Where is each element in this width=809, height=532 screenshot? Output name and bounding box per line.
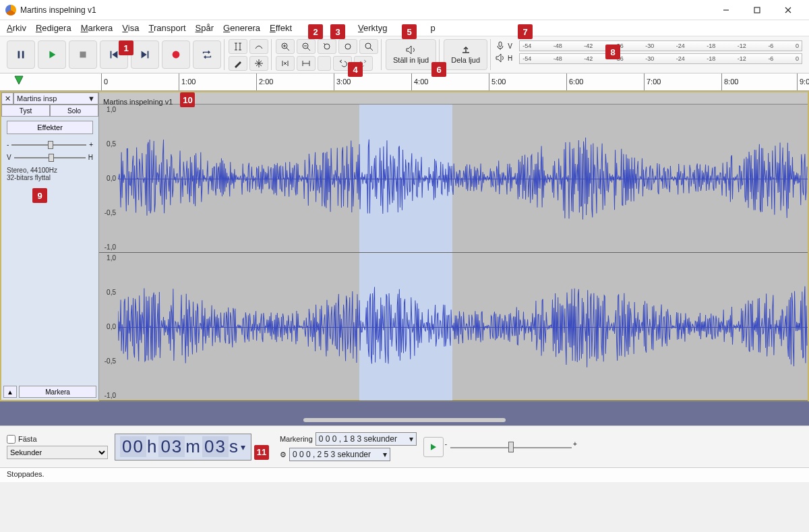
skip-end-button[interactable] (131, 40, 159, 69)
snap-checkbox[interactable]: Fästa (7, 435, 108, 444)
selection-end[interactable]: 0 0 0 , 2 5 3 sekunder▾ (289, 448, 390, 461)
annotation-3: 3 (330, 24, 345, 39)
svg-line-31 (324, 43, 325, 45)
svg-rect-11 (148, 51, 149, 59)
horizontal-scroll-area[interactable] (0, 401, 809, 425)
menu-generera[interactable]: Generera (223, 23, 260, 33)
time-counter[interactable]: 00h 03m 03s ▾ (115, 434, 251, 461)
collapse-button[interactable]: ▲ (3, 386, 17, 398)
zoom-group (273, 39, 382, 70)
menu-help[interactable]: p (430, 23, 435, 33)
select-track-button[interactable]: Markera (19, 386, 96, 398)
svg-line-24 (287, 48, 289, 51)
play-at-speed-button[interactable] (423, 437, 444, 457)
svg-line-28 (307, 48, 310, 51)
tools-group (226, 39, 272, 70)
gear-icon[interactable]: ⚙ (280, 450, 287, 459)
close-button[interactable] (773, 0, 804, 20)
track-info: Stereo, 44100Hz 32-bitars flyttal (1, 164, 98, 184)
menu-arkiv[interactable]: Arkiv (7, 23, 26, 33)
channel-left[interactable]: 1,00,50,0-0,5-1,0 (99, 105, 808, 253)
fit-selection-button[interactable] (318, 39, 336, 54)
track-menu[interactable]: Martins insp▼ (13, 92, 98, 105)
svg-line-34 (370, 48, 373, 51)
svg-point-33 (365, 43, 371, 49)
transport-group (4, 39, 224, 70)
loop-button[interactable] (193, 40, 221, 69)
pan-slider[interactable]: VH (7, 154, 93, 161)
annotation-8: 8 (605, 45, 620, 59)
selection-tool[interactable] (229, 39, 247, 54)
pause-button[interactable] (7, 40, 35, 69)
svg-rect-4 (18, 51, 20, 59)
svg-marker-42 (431, 444, 436, 450)
zoom-in-button[interactable] (276, 39, 295, 54)
annotation-11: 11 (254, 445, 269, 460)
svg-point-30 (324, 44, 330, 49)
share-audio-button[interactable]: Dela ljud (444, 39, 487, 70)
playback-meter[interactable]: -54-48-42-36-30-24-18-12-60 (519, 53, 802, 64)
minimize-button[interactable] (711, 0, 742, 20)
window-title: Martins inspelning v1 (20, 5, 711, 15)
annotation-1: 1 (119, 40, 133, 55)
zoom-out-button[interactable] (297, 39, 316, 54)
menu-transport[interactable]: Transport (148, 23, 185, 33)
stop-button[interactable] (69, 40, 97, 69)
gain-slider[interactable]: -+ (7, 141, 93, 148)
selection-start[interactable]: 0 0 0 , 1 8 3 sekunder▾ (316, 432, 417, 446)
main-toolbar: Ställ in ljud Dela ljud V H -54-48-42-36… (0, 36, 809, 73)
bottom-toolbar: Fästa Sekunder 00h 03m 03s ▾ 11 Markerin… (0, 425, 809, 467)
timeline-ruler[interactable]: 0 1:00 2:00 3:00 4:00 5:00 6:00 7:00 8:0… (0, 73, 809, 91)
track-control-panel: ✕ Martins insp▼ Tyst Solo Effekter -+ VH… (1, 92, 99, 400)
recording-meter[interactable]: -54-48-42-36-30-24-18-12-60 (519, 40, 802, 51)
io-icons: V H (492, 39, 515, 70)
track-close-button[interactable]: ✕ (1, 92, 13, 105)
solo-button[interactable]: Solo (50, 105, 98, 117)
envelope-tool[interactable] (249, 39, 268, 54)
level-meters: -54-48-42-36-30-24-18-12-60 -54-48-42-36… (516, 39, 805, 70)
track-area: ✕ Martins insp▼ Tyst Solo Effekter -+ VH… (0, 91, 809, 401)
silence-button[interactable] (297, 56, 316, 71)
audio-setup-button[interactable]: Ställ in ljud (386, 39, 436, 70)
svg-rect-5 (22, 51, 24, 59)
annotation-6: 6 (431, 62, 446, 77)
annotation-5: 5 (402, 24, 417, 39)
annotation-2: 2 (308, 24, 323, 39)
menu-effekt[interactable]: Effekt (270, 23, 292, 33)
snap-unit-select[interactable]: Sekunder (7, 446, 108, 459)
channel-right[interactable]: 1,00,50,0-0,5-1,0 (99, 253, 808, 401)
speaker-icon (495, 53, 506, 63)
svg-rect-8 (111, 51, 112, 59)
svg-point-12 (173, 51, 180, 59)
status-bar: Stoppades. (0, 467, 809, 482)
menu-spar[interactable]: Spår (196, 23, 214, 33)
scrollbar-thumb[interactable] (303, 418, 506, 422)
menu-redigera[interactable]: Redigera (36, 23, 71, 33)
menu-visa[interactable]: Visa (122, 23, 139, 33)
svg-marker-10 (142, 51, 147, 59)
trim-button[interactable] (276, 56, 295, 71)
effects-button[interactable]: Effekter (7, 121, 93, 134)
play-button[interactable] (38, 40, 66, 69)
svg-rect-40 (499, 42, 502, 47)
mic-icon (495, 40, 506, 51)
annotation-4: 4 (348, 62, 363, 77)
annotation-10: 10 (180, 92, 195, 107)
maximize-button[interactable] (742, 0, 773, 20)
annotation-9: 9 (32, 188, 47, 203)
waveform-area[interactable]: Martins inspelning v1 10 1,00,50,0-0,5-1… (99, 92, 808, 400)
multi-tool[interactable] (249, 56, 268, 71)
zoom-toggle-button[interactable] (359, 39, 378, 54)
menu-markera[interactable]: Markera (81, 23, 113, 33)
fit-project-button[interactable] (338, 39, 357, 54)
record-button[interactable] (162, 40, 190, 69)
svg-rect-7 (80, 52, 86, 58)
menu-verktyg[interactable]: Verktyg (358, 23, 387, 33)
selection-label: Markering (280, 435, 313, 443)
mute-button[interactable]: Tyst (1, 105, 50, 117)
playhead-icon[interactable] (13, 75, 24, 87)
svg-marker-41 (15, 76, 23, 84)
playback-speed-slider[interactable]: - + (450, 440, 572, 454)
annotation-7: 7 (518, 24, 533, 39)
draw-tool[interactable] (229, 56, 247, 71)
